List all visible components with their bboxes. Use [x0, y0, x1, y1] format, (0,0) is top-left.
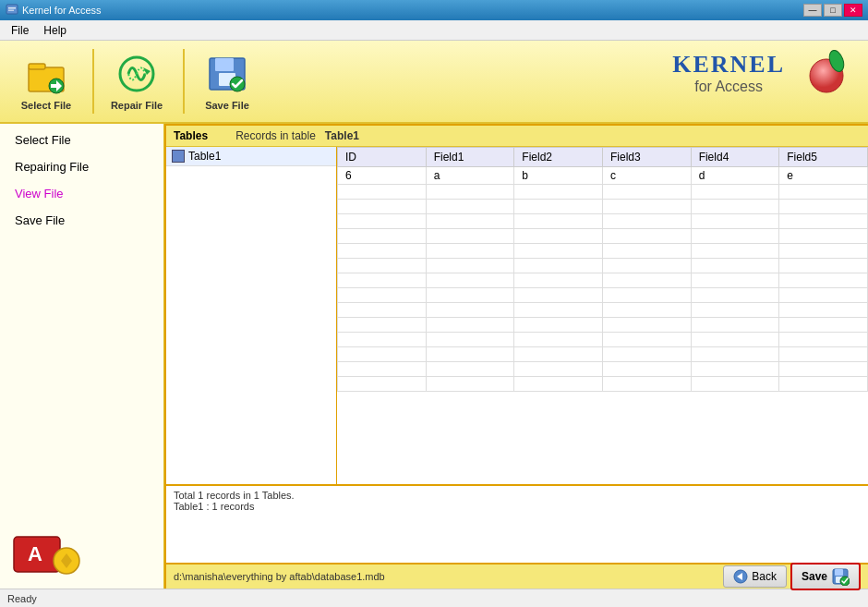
toolbar-sep-1 — [92, 49, 94, 114]
cell-0-id: 6 — [338, 167, 427, 185]
col-field1: Field1 — [426, 148, 514, 167]
svg-rect-10 — [215, 58, 234, 71]
back-icon — [733, 569, 748, 584]
close-button[interactable]: ✕ — [844, 4, 862, 17]
col-id: ID — [338, 148, 427, 167]
grid-empty-row — [338, 288, 868, 303]
toolbar-select-file-label: Select File — [21, 100, 71, 111]
save-label: Save — [802, 570, 827, 583]
col-field5: Field5 — [779, 148, 868, 167]
grid-empty-row — [338, 244, 868, 259]
table-icon — [172, 150, 185, 163]
panel-header: Tables Records in table Table1 — [166, 126, 868, 147]
brand-kernel-top: KERNEL — [672, 51, 785, 79]
records-label: Records in table — [235, 129, 316, 142]
grid-empty-row — [338, 333, 868, 347]
log-line-0: Total 1 records in 1 Tables. — [174, 490, 861, 501]
main-content: Select File Repairing File View File Sav… — [0, 124, 868, 589]
folder-icon — [24, 52, 68, 96]
toolbar-repair-file-label: Repair File — [111, 100, 163, 111]
right-panel: Tables Records in table Table1 Table1 — [164, 124, 868, 589]
sidebar-item-repairing-file[interactable]: Repairing File — [15, 160, 149, 174]
menu-help[interactable]: Help — [36, 22, 74, 39]
col-field2: Field2 — [514, 148, 603, 167]
svg-text:A: A — [28, 542, 42, 565]
status-text: Ready — [7, 593, 37, 604]
table-item[interactable]: Table1 — [166, 147, 336, 166]
cell-0-field5: e — [779, 167, 868, 185]
sidebar-item-save-file[interactable]: Save File — [15, 213, 149, 227]
toolbar-save-file-label: Save File — [205, 100, 249, 111]
log-area: Total 1 records in 1 Tables. Table1 : 1 … — [166, 484, 868, 563]
grid-empty-row — [338, 185, 868, 200]
save-button[interactable]: Save — [790, 563, 861, 590]
grid-empty-row — [338, 273, 868, 288]
file-path: d:\manisha\everything by aftab\database1… — [174, 571, 723, 582]
status-bar: Ready — [0, 589, 868, 607]
save-icon — [205, 52, 249, 96]
records-header: Records in table Table1 — [235, 129, 359, 142]
brand-lepide — [803, 50, 850, 96]
access-logo: A — [9, 528, 83, 581]
bottom-bar: d:\manisha\everything by aftab\database1… — [166, 563, 868, 589]
records-grid[interactable]: ID Field1 Field2 Field3 Field4 Field5 6 … — [337, 147, 868, 484]
svg-rect-4 — [29, 64, 45, 69]
svg-rect-2 — [8, 10, 14, 12]
grid-empty-row — [338, 362, 868, 377]
tables-list[interactable]: Table1 — [166, 147, 337, 484]
svg-rect-21 — [835, 569, 843, 576]
grid-empty-row — [338, 229, 868, 244]
sidebar-item-view-file[interactable]: View File — [15, 187, 149, 200]
svg-rect-0 — [6, 5, 18, 14]
cell-0-field2: b — [514, 167, 603, 185]
title-bar: Kernel for Access — □ ✕ — [0, 0, 868, 20]
grid-empty-row — [338, 377, 868, 392]
tables-header: Tables — [174, 129, 208, 142]
grid-data-row-0: 6 a b c d e — [338, 167, 868, 185]
toolbar-select-file[interactable]: Select File — [9, 47, 83, 116]
repair-icon — [115, 52, 159, 96]
minimize-button[interactable]: — — [803, 4, 822, 17]
data-area: Table1 ID Field1 Field2 Field3 Field4 — [166, 147, 868, 484]
cell-0-field4: d — [691, 167, 779, 185]
save-icon-small — [831, 567, 850, 586]
col-field3: Field3 — [602, 148, 691, 167]
title-bar-icon — [6, 3, 18, 18]
toolbar: Select File Repair File Sa — [0, 41, 868, 124]
sidebar: Select File Repairing File View File Sav… — [0, 124, 164, 589]
maximize-button[interactable]: □ — [824, 4, 842, 17]
cell-0-field3: c — [602, 167, 691, 185]
title-bar-title: Kernel for Access — [22, 5, 803, 16]
svg-rect-1 — [8, 7, 16, 9]
brand-kernel-bottom: for Access — [672, 79, 785, 95]
brand: KERNEL for Access — [672, 50, 850, 96]
toolbar-repair-file[interactable]: Repair File — [100, 47, 174, 116]
grid-empty-row — [338, 214, 868, 229]
title-bar-buttons: — □ ✕ — [803, 4, 862, 17]
grid-empty-row — [338, 318, 868, 333]
cell-0-field1: a — [426, 167, 514, 185]
grid-empty-row — [338, 259, 868, 273]
grid-table: ID Field1 Field2 Field3 Field4 Field5 6 … — [337, 147, 868, 392]
menu-bar: File Help — [0, 20, 868, 41]
toolbar-save-file[interactable]: Save File — [190, 47, 264, 116]
bottom-buttons: Back Save — [723, 563, 861, 590]
tables-empty-space — [166, 166, 336, 443]
log-line-1: Table1 : 1 records — [174, 501, 861, 512]
toolbar-sep-2 — [183, 49, 185, 114]
table-name: Table1 — [188, 150, 221, 163]
sidebar-item-select-file[interactable]: Select File — [15, 133, 149, 147]
back-label: Back — [752, 570, 777, 583]
menu-file[interactable]: File — [4, 22, 36, 39]
col-field4: Field4 — [691, 148, 779, 167]
grid-header-row: ID Field1 Field2 Field3 Field4 Field5 — [338, 148, 868, 167]
grid-empty-row — [338, 200, 868, 214]
grid-empty-row — [338, 303, 868, 318]
current-table-name: Table1 — [325, 129, 359, 142]
grid-empty-row — [338, 347, 868, 362]
back-button[interactable]: Back — [723, 565, 787, 588]
brand-kernel: KERNEL for Access — [672, 51, 785, 95]
